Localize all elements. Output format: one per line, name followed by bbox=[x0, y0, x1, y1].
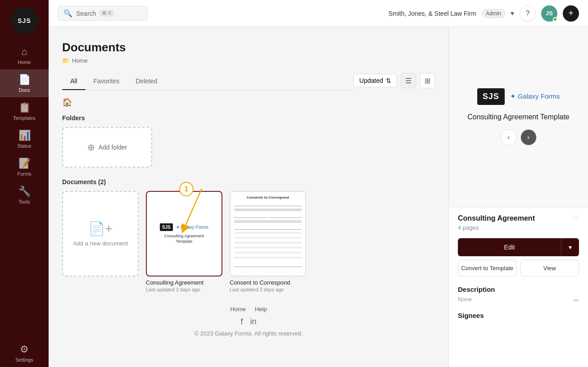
edit-button-row: Edit ▾ bbox=[458, 238, 579, 256]
folder-icon: 📁 bbox=[62, 57, 69, 64]
footer-copyright: © 2023 Galaxy Forms. All rights reserved… bbox=[62, 330, 435, 337]
sidebar-item-status[interactable]: 📊 Status bbox=[0, 125, 49, 153]
consulting-doc-name: Consulting Agreement bbox=[146, 279, 222, 286]
search-box[interactable]: 🔍 Search ⌘ K bbox=[58, 6, 148, 21]
consent-card[interactable]: Consents to Correspond bbox=[230, 191, 306, 292]
panel-pages: 4 pages bbox=[458, 224, 579, 231]
sidebar-label-home: Home bbox=[18, 59, 31, 65]
tools-icon: 🔧 bbox=[18, 186, 31, 197]
tab-favorites[interactable]: Favorites bbox=[86, 73, 128, 90]
sidebar-label-forms: Forms bbox=[17, 171, 31, 177]
admin-badge[interactable]: Admin bbox=[482, 9, 505, 18]
doc-gf-logo: ✦ Galaxy Forms bbox=[176, 225, 208, 230]
sidebar-item-docs[interactable]: 📄 Docs bbox=[0, 69, 49, 97]
documents-title: Documents (2) bbox=[62, 178, 435, 186]
templates-icon: 📋 bbox=[18, 102, 31, 113]
linkedin-icon[interactable]: in bbox=[250, 317, 257, 326]
add-folder-card[interactable]: ⊕ Add folder bbox=[62, 127, 152, 168]
consent-thumbnail: Consents to Correspond bbox=[230, 191, 306, 276]
sidebar-label-tools: Tools bbox=[18, 199, 30, 204]
search-shortcut: ⌘ K bbox=[100, 10, 113, 17]
add-button[interactable]: + bbox=[563, 5, 579, 22]
panel-info: ♡ Consulting Agreement 4 pages Edit ▾ Co… bbox=[449, 207, 588, 326]
consulting-agreement-card[interactable]: SJS ✦ Galaxy Forms Consulting AgreementT… bbox=[146, 191, 222, 292]
topbar-right: Smith, Jones, & Steel Law Firm Admin ▾ ?… bbox=[389, 5, 579, 22]
consent-doc-date: Last updated 2 days ago bbox=[230, 287, 306, 292]
document-tabs: All Favorites Deleted bbox=[62, 73, 353, 90]
sidebar-label-status: Status bbox=[17, 143, 31, 149]
footer-home-link[interactable]: Home bbox=[230, 306, 246, 313]
main-area: Documents 📁 Home All Favorites Deleted U… bbox=[49, 27, 588, 367]
panel-next-button[interactable]: › bbox=[520, 129, 537, 145]
right-panel: SJS ✦ Galaxy Forms Consulting Agreement … bbox=[448, 27, 588, 367]
favorite-heart-icon[interactable]: ♡ bbox=[572, 214, 579, 224]
consent-title-preview: Consents to Correspond bbox=[234, 195, 302, 199]
sort-arrow-icon: ⇅ bbox=[386, 77, 391, 84]
sidebar-label-docs: Docs bbox=[18, 87, 30, 93]
footer-help-link[interactable]: Help bbox=[255, 306, 267, 313]
docs-icon: 📄 bbox=[18, 74, 31, 86]
search-icon: 🔍 bbox=[63, 9, 72, 18]
tab-deleted[interactable]: Deleted bbox=[127, 73, 165, 90]
consulting-thumbnail: SJS ✦ Galaxy Forms Consulting AgreementT… bbox=[146, 191, 222, 276]
consent-doc-name: Consent to Correspond bbox=[230, 279, 306, 286]
topbar: 🔍 Search ⌘ K Smith, Jones, & Steel Law F… bbox=[49, 0, 588, 27]
sidebar-item-home[interactable]: ⌂ Home bbox=[0, 41, 49, 69]
settings-icon: ⚙ bbox=[20, 344, 29, 355]
help-button[interactable]: ? bbox=[520, 5, 536, 22]
description-edit-icon[interactable]: ✏ bbox=[574, 297, 579, 304]
sidebar-label-templates: Templates bbox=[13, 115, 36, 121]
add-document-label: Add a new document bbox=[73, 240, 128, 247]
add-folder-icon: ⊕ bbox=[87, 142, 95, 153]
view-controls: Updated ⇅ ☰ ⊞ bbox=[353, 73, 435, 88]
home-icon: ⌂ bbox=[21, 46, 27, 58]
doc-title-preview: Consulting AgreementTemplate bbox=[164, 234, 204, 244]
panel-prev-button[interactable]: ‹ bbox=[501, 129, 517, 145]
panel-preview: SJS ✦ Galaxy Forms Consulting Agreement … bbox=[449, 27, 588, 207]
sidebar-item-forms[interactable]: 📝 Forms bbox=[0, 153, 49, 181]
panel-signees-title: Signees bbox=[458, 312, 579, 319]
grid-view-button[interactable]: ⊞ bbox=[420, 73, 435, 88]
status-icon: 📊 bbox=[18, 130, 31, 141]
panel-description-value: None bbox=[458, 296, 472, 303]
panel-doc-name: Consulting Agreement bbox=[458, 214, 579, 222]
sidebar-logo[interactable]: SJS bbox=[11, 7, 38, 34]
dropdown-icon[interactable]: ▾ bbox=[511, 9, 514, 18]
home-breadcrumb-icon[interactable]: 🏠 bbox=[62, 97, 435, 107]
avatar[interactable]: JS bbox=[541, 5, 557, 22]
forms-icon: 📝 bbox=[18, 158, 31, 169]
panel-description-title: Description bbox=[458, 285, 579, 293]
breadcrumb-home: Home bbox=[72, 57, 88, 64]
edit-dropdown-button[interactable]: ▾ bbox=[561, 238, 579, 256]
firm-name: Smith, Jones, & Steel Law Firm bbox=[389, 10, 476, 17]
sidebar-item-tools[interactable]: 🔧 Tools bbox=[0, 181, 49, 209]
view-button[interactable]: View bbox=[520, 260, 579, 276]
search-placeholder: Search bbox=[76, 10, 96, 17]
edit-button[interactable]: Edit bbox=[458, 238, 561, 256]
panel-logo-row: SJS ✦ Galaxy Forms bbox=[477, 88, 560, 105]
docs-area: Documents 📁 Home All Favorites Deleted U… bbox=[49, 27, 448, 367]
action-buttons: Convert to Template View bbox=[458, 260, 579, 276]
panel-navigation: ‹ › bbox=[501, 129, 537, 145]
avatar-status-dot bbox=[553, 17, 557, 22]
sort-label: Updated bbox=[359, 77, 383, 84]
folders-title: Folders bbox=[62, 114, 435, 122]
add-document-card[interactable]: 📄+ Add a new document bbox=[62, 191, 139, 276]
list-view-button[interactable]: ☰ bbox=[401, 73, 416, 88]
sidebar-label-settings: Settings bbox=[15, 357, 33, 362]
logo-text: SJS bbox=[18, 17, 31, 24]
sidebar-item-templates[interactable]: 📋 Templates bbox=[0, 97, 49, 125]
page-title: Documents bbox=[62, 41, 435, 54]
panel-sjs-logo: SJS bbox=[477, 88, 505, 105]
panel-gf-logo: ✦ Galaxy Forms bbox=[510, 92, 560, 100]
convert-to-template-button[interactable]: Convert to Template bbox=[458, 260, 517, 276]
facebook-icon[interactable]: f bbox=[240, 317, 243, 326]
sidebar: SJS ⌂ Home 📄 Docs 📋 Templates 📊 Status 📝… bbox=[0, 0, 49, 367]
panel-doc-title-preview: Consulting Agreement Template bbox=[467, 112, 570, 122]
sort-select[interactable]: Updated ⇅ bbox=[353, 74, 397, 87]
add-document-icon: 📄+ bbox=[88, 221, 113, 236]
tab-all[interactable]: All bbox=[62, 73, 86, 90]
sidebar-item-settings[interactable]: ⚙ Settings bbox=[0, 339, 49, 367]
consulting-doc-date: Last updated 2 days ago bbox=[146, 287, 222, 292]
docs-footer: Home Help f in © 2023 Galaxy Forms. All … bbox=[62, 306, 435, 337]
